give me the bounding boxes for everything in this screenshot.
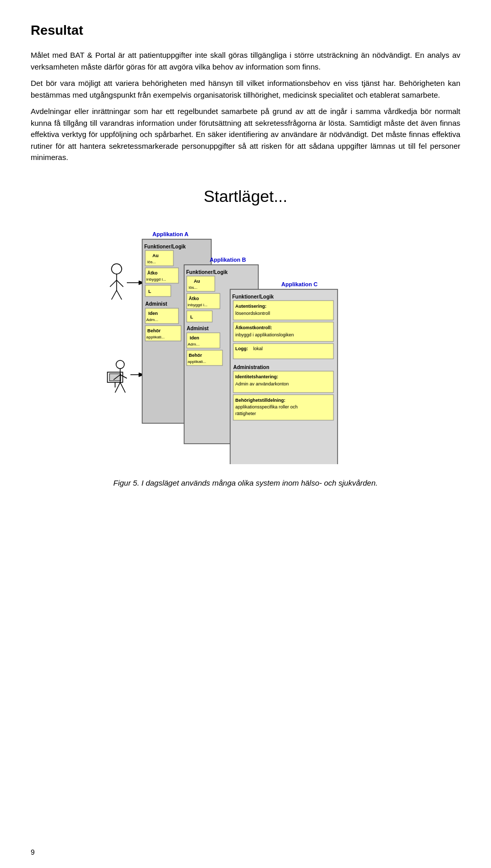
svg-line-3	[117, 280, 123, 287]
svg-point-0	[111, 264, 122, 274]
svg-line-4	[111, 290, 117, 300]
svg-text:Behörighetstilldelning:: Behörighetstilldelning:	[235, 398, 285, 403]
svg-rect-62	[233, 344, 333, 359]
svg-text:Identitetshantering:: Identitetshantering:	[235, 374, 278, 379]
diagram-svg: Applikation A Funktioner/Logik Au lös...…	[102, 214, 389, 464]
paragraph-3: Avdelningar eller inrättningar som har e…	[31, 106, 460, 164]
svg-text:lokal: lokal	[253, 346, 263, 351]
svg-text:L: L	[148, 289, 151, 294]
svg-text:Applikation C: Applikation C	[281, 281, 318, 287]
svg-text:Iden: Iden	[190, 335, 199, 340]
svg-text:Au: Au	[194, 279, 200, 284]
svg-text:Administ: Administ	[187, 326, 209, 331]
svg-point-10	[116, 360, 124, 369]
svg-text:Applikation A: Applikation A	[152, 231, 189, 237]
svg-text:Admin av användarkonton: Admin av användarkonton	[235, 381, 289, 386]
svg-line-15	[120, 382, 125, 393]
svg-text:inbyggd i applikationslogiken: inbyggd i applikationslogiken	[235, 332, 294, 337]
page-title: Resultat	[31, 20, 460, 40]
svg-text:Åtko: Åtko	[189, 296, 199, 301]
diagram-section: Startläget...	[31, 184, 460, 489]
svg-text:applikationsspecifika roller o: applikationsspecifika roller och	[235, 404, 298, 409]
svg-text:lösenordskontroll: lösenordskontroll	[235, 311, 270, 316]
page-number: 9	[31, 847, 35, 858]
svg-text:lös...: lös...	[147, 260, 156, 264]
svg-text:Åtkomstkontroll:: Åtkomstkontroll:	[235, 325, 272, 330]
svg-text:Logg:: Logg:	[235, 346, 248, 351]
svg-text:L: L	[190, 314, 193, 319]
svg-text:Adm...: Adm...	[146, 317, 158, 322]
svg-text:Åtko: Åtko	[147, 270, 158, 276]
svg-line-14	[115, 382, 120, 393]
svg-text:Administration: Administration	[233, 364, 270, 370]
svg-text:Adm...: Adm...	[188, 342, 199, 347]
paragraph-2: Det bör vara möjligt att variera behörig…	[31, 78, 460, 101]
svg-text:Funktioner/Logik: Funktioner/Logik	[232, 294, 274, 300]
diagram-title: Startläget...	[204, 184, 287, 209]
svg-text:applikati...: applikati...	[146, 335, 165, 339]
svg-text:Au: Au	[152, 253, 159, 258]
svg-text:applikati...: applikati...	[188, 359, 206, 364]
svg-line-2	[110, 280, 117, 287]
svg-line-13	[120, 375, 127, 378]
svg-text:lös...: lös...	[189, 285, 197, 290]
svg-text:Administ: Administ	[145, 301, 167, 307]
svg-text:rättigheter: rättigheter	[235, 411, 256, 416]
paragraph-1: Målet med BAT & Portal är att patientupp…	[31, 50, 460, 73]
svg-text:Iden: Iden	[148, 311, 158, 316]
svg-text:Funktioner/Logik: Funktioner/Logik	[144, 244, 186, 249]
svg-text:Autentisering:: Autentisering:	[235, 304, 266, 309]
svg-text:Behör: Behör	[147, 328, 161, 333]
svg-text:Applikation B: Applikation B	[210, 257, 246, 263]
diagram-container: Applikation A Funktioner/Logik Au lös...…	[102, 214, 389, 468]
svg-text:inbyggd i...: inbyggd i...	[146, 277, 166, 282]
svg-line-5	[117, 290, 122, 300]
svg-text:Behör: Behör	[189, 353, 203, 358]
svg-text:inbyggd i...: inbyggd i...	[188, 303, 208, 307]
svg-rect-8	[109, 374, 121, 381]
svg-text:Funktioner/Logik: Funktioner/Logik	[186, 269, 228, 275]
figure-caption: Figur 5. I dagsläget används många olika…	[114, 477, 378, 489]
